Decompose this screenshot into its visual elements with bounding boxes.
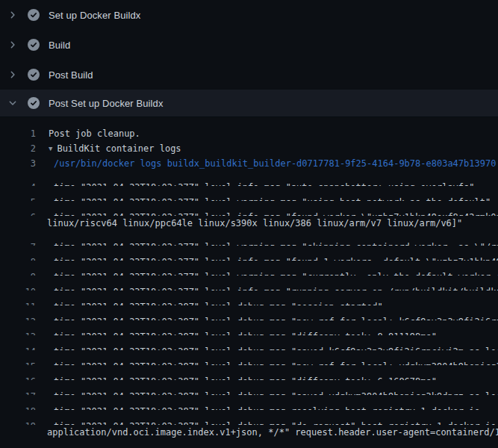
line-number[interactable]: 6 (0, 210, 36, 216)
log-line: 9 time="2021-04-23T18:02:37Z" level=warn… (0, 261, 498, 276)
line-text: time="2021-04-23T18:02:38Z" level=debug … (54, 389, 498, 395)
line-number[interactable]: 14 (0, 344, 36, 350)
log-line: 4 time="2021-04-23T18:02:37Z" level=info… (0, 171, 498, 186)
line-number[interactable]: 1 (0, 126, 36, 141)
log-line: 1 Post job cleanup. (0, 126, 498, 141)
line-number[interactable] (0, 425, 36, 440)
line-text: time="2021-04-23T18:02:37Z" level=info m… (54, 284, 498, 290)
chevron-down-icon (7, 97, 18, 109)
log-line: 14 time="2021-04-23T18:02:38Z" level=deb… (0, 335, 498, 350)
step-row-build[interactable]: Build (0, 30, 498, 60)
check-circle-icon (28, 9, 40, 21)
log-line: 2 ▼BuildKit container logs (0, 141, 498, 156)
line-text: linux/riscv64 linux/ppc64le linux/s390x … (47, 216, 462, 231)
steps-panel: Set up Docker Buildx Build Post Build Po… (0, 0, 498, 117)
line-number[interactable]: 16 (0, 374, 36, 380)
line-number[interactable]: 17 (0, 389, 36, 395)
line-text: time="2021-04-23T18:02:37Z" level=info m… (54, 255, 498, 261)
log-line: 17 time="2021-04-23T18:02:38Z" level=deb… (0, 380, 498, 395)
log-line: 20 time="2021-04-23T18:02:38Z" level=deb… (0, 440, 498, 448)
log-line: application/vnd.oci.image.index.v1+json,… (0, 425, 498, 440)
line-number[interactable]: 12 (0, 314, 36, 320)
line-text: time="2021-04-23T18:02:38Z" level=debug … (54, 374, 437, 380)
line-text: time="2021-04-23T18:02:38Z" level=debug … (54, 419, 498, 425)
check-circle-icon (28, 69, 40, 81)
line-number[interactable]: 15 (0, 359, 36, 365)
chevron-right-icon (7, 39, 18, 51)
log-line: linux/riscv64 linux/ppc64le linux/s390x … (0, 216, 498, 231)
chevron-right-icon (7, 9, 18, 21)
log-line: 7 time="2021-04-23T18:02:37Z" level=warn… (0, 231, 498, 246)
log-line: 5 time="2021-04-23T18:02:37Z" level=warn… (0, 186, 498, 201)
line-text: time="2021-04-23T18:02:37Z" level=info m… (54, 180, 475, 186)
line-number[interactable]: 10 (0, 284, 36, 290)
step-row-setup-docker-buildx[interactable]: Set up Docker Buildx (0, 0, 498, 30)
step-label: Set up Docker Buildx (49, 10, 140, 21)
log-line: 13 time="2021-04-23T18:02:38Z" level=deb… (0, 320, 498, 335)
line-text: time="2021-04-23T18:02:37Z" level=info m… (54, 210, 498, 216)
line-number[interactable]: 13 (0, 329, 36, 335)
line-text: time="2021-04-23T18:02:37Z" level=warnin… (54, 195, 491, 201)
line-text: Post job cleanup. (49, 126, 140, 141)
line-number[interactable] (0, 216, 36, 231)
log-line: 12 time="2021-04-23T18:02:38Z" level=deb… (0, 305, 498, 320)
log-line: 8 time="2021-04-23T18:02:37Z" level=info… (0, 246, 498, 261)
log-lines: 1 Post job cleanup. 2 ▼BuildKit containe… (0, 126, 498, 448)
line-number[interactable]: 8 (0, 255, 36, 261)
line-number[interactable]: 4 (0, 180, 36, 186)
group-label: BuildKit container logs (57, 143, 181, 154)
step-label: Post Build (49, 69, 93, 81)
log-line: 15 time="2021-04-23T18:02:38Z" level=deb… (0, 350, 498, 365)
line-text: application/vnd.oci.image.index.v1+json,… (47, 425, 498, 440)
line-text: time="2021-04-23T18:02:38Z" level=debug … (54, 299, 383, 305)
line-text: time="2021-04-23T18:02:38Z" level=debug … (54, 314, 498, 320)
log-group-header[interactable]: ▼BuildKit container logs (49, 141, 181, 156)
log-line: 18 time="2021-04-23T18:02:38Z" level=deb… (0, 395, 498, 410)
log-line: 6 time="2021-04-23T18:02:37Z" level=info… (0, 201, 498, 216)
line-number[interactable]: 5 (0, 195, 36, 201)
step-row-post-setup-docker-buildx[interactable]: Post Set up Docker Buildx (0, 90, 498, 117)
log-area: 1 Post job cleanup. 2 ▼BuildKit containe… (0, 117, 498, 448)
line-number[interactable]: 9 (0, 270, 36, 276)
check-circle-icon (28, 39, 40, 51)
line-number[interactable]: 2 (0, 141, 36, 156)
log-line: 3 /usr/bin/docker logs buildx_buildkit_b… (0, 156, 498, 171)
line-text: time="2021-04-23T18:02:38Z" level=debug … (54, 344, 498, 350)
line-text: /usr/bin/docker logs buildx_buildkit_bui… (54, 156, 496, 171)
log-line: 19 time="2021-04-23T18:02:38Z" level=deb… (0, 410, 498, 425)
line-number[interactable]: 11 (0, 299, 36, 305)
line-number[interactable]: 7 (0, 240, 36, 246)
chevron-right-icon (7, 69, 18, 81)
step-row-post-build[interactable]: Post Build (0, 60, 498, 90)
step-label: Post Set up Docker Buildx (49, 98, 164, 109)
line-text: time="2021-04-23T18:02:38Z" level=debug … (54, 329, 437, 335)
log-line: 10 time="2021-04-23T18:02:37Z" level=inf… (0, 276, 498, 290)
line-text: time="2021-04-23T18:02:38Z" level=debug … (54, 359, 498, 365)
group-collapse-icon[interactable]: ▼ (49, 141, 52, 156)
step-label: Build (49, 40, 70, 51)
log-line: 11 time="2021-04-23T18:02:38Z" level=deb… (0, 290, 498, 305)
line-text: time="2021-04-23T18:02:37Z" level=warnin… (54, 270, 498, 276)
line-number[interactable]: 3 (0, 156, 36, 171)
check-circle-icon (28, 97, 40, 109)
line-number[interactable]: 18 (0, 404, 36, 410)
log-line: 16 time="2021-04-23T18:02:38Z" level=deb… (0, 365, 498, 380)
line-text: time="2021-04-23T18:02:37Z" level=warnin… (54, 240, 498, 246)
line-number[interactable]: 19 (0, 419, 36, 425)
line-text: time="2021-04-23T18:02:38Z" level=debug … (54, 404, 480, 410)
